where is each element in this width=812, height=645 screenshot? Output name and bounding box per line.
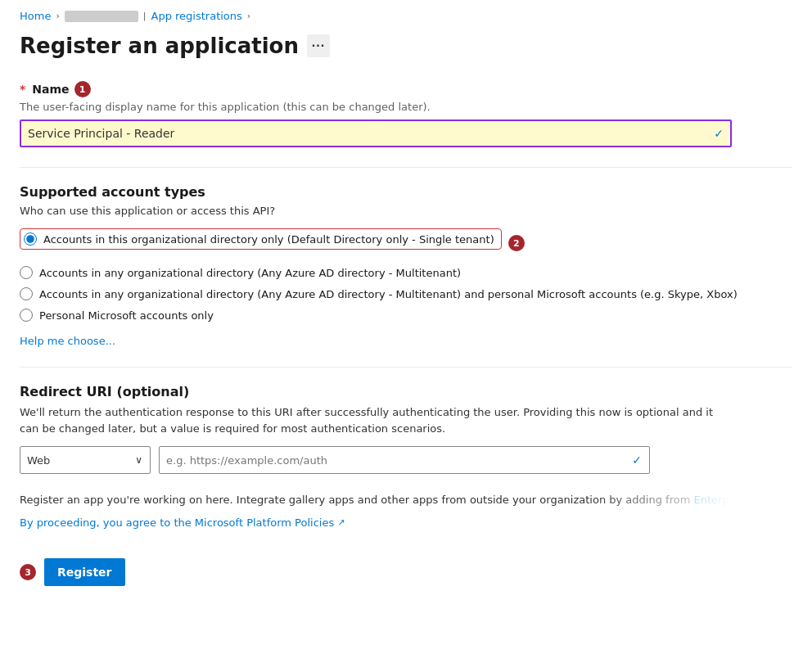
account-type-label-2: Accounts in any organizational directory… [39,267,461,279]
account-type-option-1-row: Accounts in this organizational director… [20,228,792,258]
redirect-uri-row: Web SPA Public client/native (mobile & d… [20,446,792,474]
name-section: * Name 1 The user-facing display name fo… [20,81,792,147]
account-types-subheading: Who can use this application or access t… [20,205,792,217]
register-button[interactable]: Register [44,558,125,586]
external-link-icon: ↗ [337,517,345,528]
register-row: 3 Register [20,558,792,586]
redirect-uri-check-icon: ✓ [632,453,642,467]
name-check-icon: ✓ [714,127,724,140]
account-types-heading: Supported account types [20,184,792,200]
required-star: * [20,83,25,96]
redirect-uri-input[interactable] [159,446,650,474]
name-input[interactable] [20,120,732,147]
section-divider-2 [20,367,792,368]
page-title: Register an application [20,34,299,58]
redirect-uri-input-wrapper: ✓ [159,446,650,474]
account-type-option-4[interactable]: Personal Microsoft accounts only [20,309,792,322]
account-type-label-4: Personal Microsoft accounts only [39,309,214,322]
account-types-section: Supported account types Who can use this… [20,184,792,347]
policy-link-text: By proceeding, you agree to the Microsof… [20,516,334,529]
section-divider-1 [20,167,792,168]
account-type-radio-2[interactable] [20,266,33,279]
account-type-option-3[interactable]: Accounts in any organizational directory… [20,287,792,300]
account-type-option-2[interactable]: Accounts in any organizational directory… [20,266,792,279]
breadcrumb: Home › | App registrations › [20,0,792,29]
page-title-row: Register an application ··· [20,34,792,58]
redirect-type-select-wrapper: Web SPA Public client/native (mobile & d… [20,446,151,474]
breadcrumb-app-registrations[interactable]: App registrations [151,10,242,22]
register-button-label: Register [57,566,112,579]
account-type-label-1: Accounts in this organizational director… [43,233,494,246]
name-step-badge: 1 [74,81,91,97]
redirect-uri-description: We'll return the authentication response… [20,404,732,436]
redirect-type-select[interactable]: Web SPA Public client/native (mobile & d… [20,446,151,474]
enterprise-applications-link[interactable]: Enterprise applications [693,494,732,506]
policy-row: By proceeding, you agree to the Microsof… [20,516,792,545]
account-type-radio-3[interactable] [20,287,33,300]
bottom-partial-text: Register an app you're working on here. … [20,494,732,506]
breadcrumb-sep2: | [143,11,147,21]
name-input-wrapper: ✓ [20,120,732,147]
account-type-radio-1[interactable] [24,232,37,246]
account-type-option-1[interactable]: Accounts in this organizational director… [20,228,502,250]
breadcrumb-tenant [65,11,138,22]
breadcrumb-sep3: › [247,11,250,21]
name-field-description: The user-facing display name for this ap… [20,101,792,113]
account-type-label-3: Accounts in any organizational directory… [39,288,738,300]
account-type-radio-4[interactable] [20,309,33,322]
help-me-choose-link[interactable]: Help me choose... [20,335,115,347]
redirect-uri-heading: Redirect URI (optional) [20,384,792,399]
account-type-step-badge: 2 [508,235,525,251]
register-step-badge: 3 [20,564,36,580]
breadcrumb-home[interactable]: Home [20,10,51,22]
redirect-uri-section: Redirect URI (optional) We'll return the… [20,384,792,474]
name-label-text: Name [32,83,69,96]
policy-link[interactable]: By proceeding, you agree to the Microsof… [20,516,345,529]
ellipsis-button[interactable]: ··· [307,34,330,57]
name-field-label: * Name 1 [20,81,792,97]
breadcrumb-sep1: › [56,11,59,21]
